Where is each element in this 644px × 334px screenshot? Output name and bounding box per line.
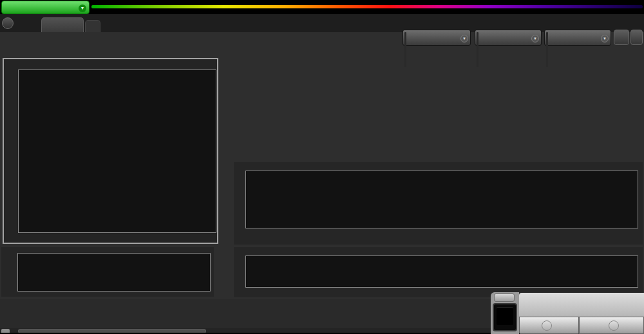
- meter-status-indicator: [404, 32, 406, 67]
- tab-history-1[interactable]: [41, 17, 84, 32]
- chevron-down-icon: ▼: [601, 35, 609, 42]
- generator-status-indicator: [477, 32, 478, 67]
- logo-dropdown-icon: ▼: [79, 5, 86, 12]
- display-control-status-indicator: [546, 32, 548, 67]
- deltae-colorchecker-bars: [18, 254, 210, 291]
- deltae-grayscale-chart-panel: [234, 247, 643, 297]
- cie-diagram: [19, 70, 216, 232]
- title-bar: ▼: [0, 0, 644, 14]
- meter-dropdown[interactable]: ▼: [402, 30, 471, 46]
- next-arrow-icon: [609, 320, 619, 331]
- rgb-balance-lines: [246, 171, 638, 228]
- display-control-dropdown[interactable]: ▼: [544, 30, 611, 46]
- add-tab-button[interactable]: [85, 20, 100, 32]
- collapse-panel-button[interactable]: [630, 30, 643, 45]
- cie-1931-chart-panel: [3, 58, 218, 244]
- calman-logo-menu[interactable]: ▼: [1, 1, 90, 14]
- next-button[interactable]: [579, 317, 644, 334]
- chevron-down-icon: ▼: [531, 35, 539, 42]
- chevron-down-icon: ▼: [460, 35, 468, 42]
- pattern-toolbar: [519, 293, 644, 317]
- back-button[interactable]: [519, 317, 579, 334]
- calman-window: ▼ ▼ ▼ ▼: [0, 0, 644, 334]
- current-pattern-chip[interactable]: [493, 303, 517, 331]
- settings-gear-button[interactable]: [614, 30, 629, 45]
- expand-pattern-panel-button[interactable]: [494, 293, 515, 302]
- history-nav-button[interactable]: [2, 17, 14, 29]
- deltae-colorchecker-chart-panel: [1, 247, 214, 297]
- workflow-toolbar: ▼ ▼ ▼: [0, 14, 644, 32]
- deltae-grayscale-bars: [246, 256, 638, 287]
- rgb-balance-chart-panel: [234, 162, 643, 245]
- generator-dropdown[interactable]: ▼: [475, 30, 542, 46]
- back-arrow-icon: [542, 320, 552, 331]
- rainbow-gradient-bar: [91, 5, 643, 8]
- pattern-control-panel: [491, 292, 644, 334]
